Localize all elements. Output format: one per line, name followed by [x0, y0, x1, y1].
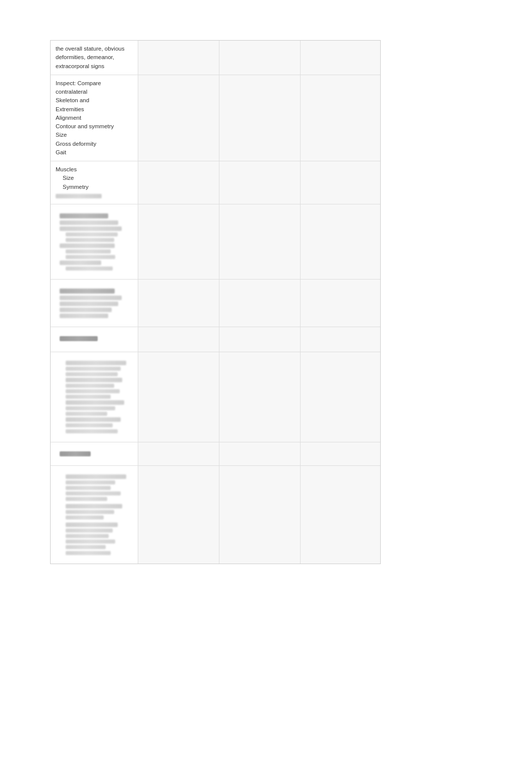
blurred-subline	[66, 406, 115, 410]
blurred-content	[56, 356, 133, 438]
row-8-col4	[301, 466, 380, 564]
main-table: the overall stature, obvious deformities…	[50, 40, 381, 564]
muscles-size: Size	[56, 174, 133, 182]
blurred-heading	[60, 213, 108, 218]
table-row: Inspect: Compare contralateral Skeleton …	[51, 75, 380, 161]
inspect-line-4: Extremities	[56, 105, 133, 114]
blurred-subline	[66, 372, 118, 376]
row-1-col2	[138, 41, 219, 75]
table-row	[51, 352, 380, 442]
row-8-col1	[51, 466, 138, 564]
bold-blurred-heading-2	[60, 451, 91, 456]
row-3-col1: Muscles Size Symmetry	[51, 161, 138, 204]
blurred-subline	[66, 515, 104, 519]
blurred-subline	[66, 480, 115, 484]
blurred-line	[66, 504, 122, 508]
blurred-subline	[66, 545, 106, 549]
row-6b-col1	[51, 352, 138, 442]
blurred-subline	[66, 497, 107, 501]
row-4-col1	[51, 204, 138, 279]
blurred-subline	[66, 534, 109, 538]
blurred-subline	[66, 232, 118, 236]
blurred-line	[66, 378, 122, 382]
blurred-subline	[66, 395, 111, 399]
row-5-col1	[51, 280, 138, 327]
row-6-col3	[219, 327, 301, 352]
blurred-line	[66, 474, 126, 479]
row-6-col4	[301, 327, 380, 352]
row-2-col2	[138, 75, 219, 161]
blurred-subline	[66, 255, 115, 259]
blurred-subline	[66, 384, 114, 388]
blurred-content	[56, 208, 133, 275]
row-4-col2	[138, 204, 219, 279]
blurred-line	[60, 220, 118, 225]
table-row: the overall stature, obvious deformities…	[51, 41, 380, 75]
blurred-subline	[66, 423, 113, 427]
blurred-subline	[66, 267, 113, 271]
table-row	[51, 280, 380, 327]
blurred-subline	[66, 389, 120, 393]
blurred-subline	[66, 249, 111, 253]
blurred-line	[60, 226, 122, 231]
blurred-subline	[66, 429, 118, 433]
row-7-col4	[301, 442, 380, 465]
inspect-line-3: Skeleton and	[56, 96, 133, 105]
table-row	[51, 327, 380, 352]
row-6b-col2	[138, 352, 219, 442]
blurred-content	[56, 446, 133, 461]
blurred-line	[60, 314, 108, 318]
row-4-col4	[301, 204, 380, 279]
inspect-line-5: Alignment	[56, 114, 133, 122]
row-8-col2	[138, 466, 219, 564]
blurred-line	[60, 308, 112, 312]
blurred-subline	[66, 551, 111, 555]
muscles-symmetry: Symmetry	[56, 183, 133, 191]
row-3-col2	[138, 161, 219, 204]
row-6b-col4	[301, 352, 380, 442]
blurred-subline	[66, 367, 121, 371]
table-row	[51, 204, 380, 280]
inspect-line-6: Contour and symmetry	[56, 122, 133, 131]
row-1-text: the overall stature, obvious deformities…	[56, 46, 124, 69]
row-6-col2	[138, 327, 219, 352]
row-5-col4	[301, 280, 380, 327]
inspect-line-9: Gait	[56, 148, 133, 157]
row-1-col4	[301, 41, 380, 75]
row-2-col3	[219, 75, 301, 161]
blurred-line	[60, 260, 101, 265]
blurred-line	[60, 243, 115, 248]
blurred-line	[60, 302, 118, 306]
row-5-col2	[138, 280, 219, 327]
blurred-subline	[66, 491, 121, 495]
blurred-subline	[66, 486, 111, 490]
row-6b-col3	[219, 352, 301, 442]
row-3-col4	[301, 161, 380, 204]
table-row	[51, 466, 380, 564]
blurred-line	[66, 417, 121, 422]
blurred-subline	[66, 510, 114, 514]
blurred-subline	[66, 529, 113, 533]
row-1-col1: the overall stature, obvious deformities…	[51, 41, 138, 75]
inspect-line-8: Gross deformity	[56, 140, 133, 148]
row-2-col4	[301, 75, 380, 161]
inspect-line-7: Size	[56, 131, 133, 139]
blurred-subline	[66, 238, 114, 242]
inspect-line-1: Inspect: Compare	[56, 79, 133, 88]
row-2-col1: Inspect: Compare contralateral Skeleton …	[51, 75, 138, 161]
blurred-line	[60, 296, 122, 300]
page-container: the overall stature, obvious deformities…	[0, 0, 532, 604]
row-7-col1	[51, 442, 138, 465]
row-7-col3	[219, 442, 301, 465]
blurred-line-1	[56, 194, 102, 198]
blurred-subline	[66, 540, 115, 544]
row-6-heading-col1	[51, 327, 138, 352]
row-7-col2	[138, 442, 219, 465]
blurred-content	[56, 331, 133, 346]
muscles-heading: Muscles	[56, 165, 133, 174]
table-row	[51, 442, 380, 466]
row-8-col3	[219, 466, 301, 564]
row-1-col3	[219, 41, 301, 75]
row-4-col3	[219, 204, 301, 279]
blurred-line	[66, 523, 118, 527]
